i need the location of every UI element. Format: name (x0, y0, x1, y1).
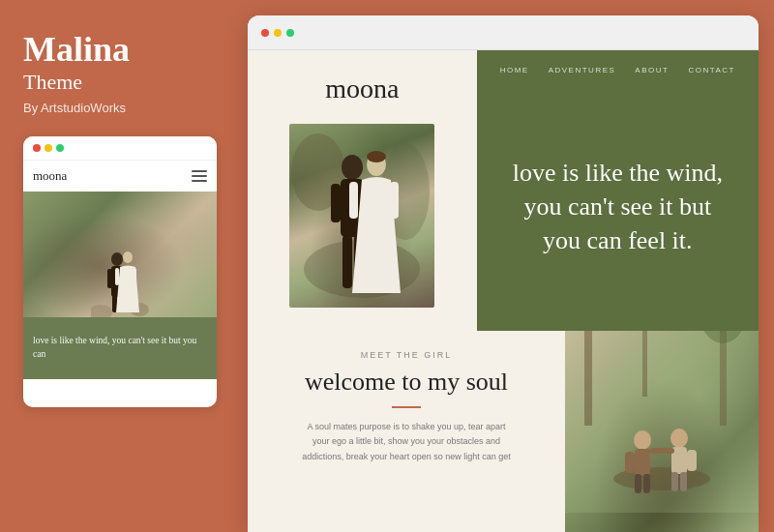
hero-quote: love is like the wind, you can't see it … (477, 82, 759, 331)
website-content: moona (248, 50, 759, 532)
hero-right: HOME ADVENTURES ABOUT CONTACT love is li… (477, 50, 759, 331)
svg-point-8 (123, 251, 133, 263)
hero-quote-text: love is like the wind, you can't see it … (512, 156, 724, 257)
site-logo: moona (325, 74, 399, 104)
hero-image (289, 124, 434, 308)
svg-rect-9 (115, 268, 119, 285)
browser-bar (248, 15, 759, 50)
svg-rect-26 (720, 331, 727, 426)
mobile-hero-image (23, 192, 217, 317)
welcome-divider (392, 406, 421, 408)
mobile-nav: moona (23, 161, 217, 192)
svg-rect-16 (331, 184, 341, 222)
svg-rect-39 (671, 472, 678, 491)
browser-dot-red (261, 29, 269, 37)
browser-dot-green (286, 29, 294, 37)
svg-rect-38 (687, 450, 697, 471)
svg-point-2 (111, 252, 123, 266)
mobile-preview: moona (23, 136, 217, 407)
welcome-text: A soul mates purpose is to shake you up,… (300, 420, 513, 464)
nav-about[interactable]: ABOUT (635, 66, 669, 74)
dot-green (56, 144, 64, 152)
couple-silhouette-svg (91, 240, 149, 317)
svg-rect-33 (625, 452, 635, 473)
svg-rect-21 (349, 182, 358, 219)
sitting-couple-svg (565, 331, 759, 513)
mobile-hamburger-icon[interactable] (192, 170, 207, 182)
hero-couple-svg (289, 124, 434, 298)
svg-point-23 (367, 151, 386, 163)
theme-author: By ArtstudioWorks (23, 101, 217, 115)
svg-point-0 (91, 305, 112, 317)
nav-contact[interactable]: CONTACT (688, 66, 735, 74)
welcome-title: welcome to my soul (305, 368, 508, 397)
svg-rect-18 (342, 235, 352, 288)
svg-rect-25 (584, 331, 592, 426)
dot-yellow (45, 144, 52, 152)
svg-rect-32 (635, 449, 650, 476)
hero-left: moona (248, 50, 477, 331)
hero-section: moona (248, 50, 759, 331)
site-nav: HOME ADVENTURES ABOUT CONTACT (477, 50, 759, 82)
svg-point-36 (670, 429, 688, 448)
svg-rect-40 (680, 472, 687, 491)
nav-adventures[interactable]: ADVENTURES (549, 66, 616, 74)
svg-rect-35 (643, 474, 650, 493)
svg-point-31 (634, 430, 651, 450)
theme-title: Malina (23, 31, 217, 70)
bottom-section: MEET THE GIRL welcome to my soul A soul … (248, 331, 759, 532)
bottom-left: MEET THE GIRL welcome to my soul A soul … (248, 331, 565, 532)
svg-rect-41 (650, 448, 674, 454)
svg-point-14 (342, 155, 363, 180)
svg-rect-4 (107, 269, 112, 288)
bottom-right-image-container (565, 331, 759, 532)
theme-subtitle: Theme (23, 70, 217, 95)
left-panel: Malina Theme By ArtstudioWorks moona (0, 0, 240, 532)
bottom-right-image (565, 331, 759, 532)
svg-rect-22 (390, 182, 399, 219)
nav-home[interactable]: HOME (500, 66, 529, 74)
mobile-quote-section: love is like the wind, you can't see it … (23, 317, 217, 379)
browser-preview: moona (248, 15, 759, 532)
svg-rect-10 (133, 268, 136, 285)
browser-dot-yellow (274, 29, 282, 37)
dot-red (33, 144, 41, 152)
mobile-logo: moona (33, 168, 67, 184)
meet-label: MEET THE GIRL (361, 350, 453, 360)
mobile-browser-bar (23, 136, 217, 161)
mobile-quote-text: love is like the wind, you can't see it … (33, 335, 207, 361)
svg-rect-34 (635, 474, 641, 493)
svg-rect-27 (642, 331, 647, 397)
